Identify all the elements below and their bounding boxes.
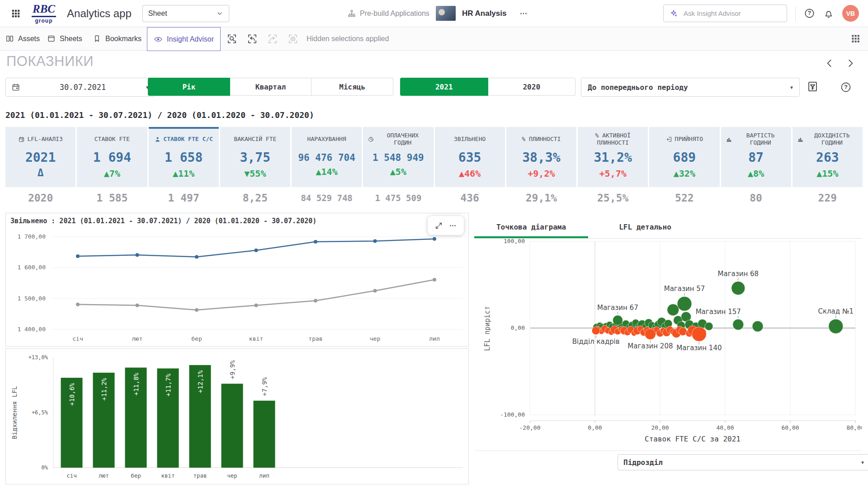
compare-period-dropdown[interactable]: До попереднього періоду ▼ — [581, 78, 800, 97]
kpi-card-11[interactable]: ДОХІДНІСТЬ ГОДИНИ263▲15% — [793, 127, 863, 187]
kpi-card-0[interactable]: LFL-АНАЛІЗ2021Δ — [5, 127, 75, 187]
year-button-2020[interactable]: 2020 — [488, 78, 576, 96]
kpi-card-title: ВАКАНСІЙ FTE — [234, 136, 276, 143]
top-bar: RBC group Analytics app Sheet Pre-build … — [0, 0, 868, 27]
prev-sheet-chevron-icon[interactable] — [824, 57, 835, 69]
svg-text:+6,5%: +6,5% — [32, 409, 48, 416]
kpi-card-2[interactable]: СТАВОК FTE С/С1 658▲11% — [149, 127, 219, 187]
line-chart[interactable]: 1 700,001 600,001 500,001 400,00січлютбе… — [6, 213, 467, 347]
year-button-2021[interactable]: 2021 — [400, 78, 488, 96]
kpi-card-value: 87 — [748, 150, 764, 165]
bookmarks-button[interactable]: Bookmarks — [93, 27, 142, 50]
kpi-card-4[interactable]: НАРАХУВАННЯ96 476 704▲14% — [292, 127, 362, 187]
svg-text:трав: трав — [193, 472, 207, 479]
assets-button[interactable]: Assets — [5, 27, 40, 50]
kpi-card-title: % АКТИВНОЇ ПЛИННОСТІ — [587, 132, 639, 147]
svg-text:1 600,00: 1 600,00 — [17, 264, 46, 271]
logo-text: RBC — [32, 3, 56, 17]
date-picker[interactable]: 30.07.2021 ▼ — [5, 78, 156, 97]
search-input[interactable] — [683, 9, 761, 18]
selections-back-button[interactable] — [246, 27, 258, 50]
toolbar: Assets Sheets Bookmarks Insight Advisor … — [0, 27, 868, 51]
filter-help-icon[interactable]: ? — [840, 81, 852, 93]
filter-document-icon[interactable] — [807, 80, 819, 93]
tab-lfl-detail[interactable]: LFL детально — [588, 216, 702, 238]
kpi-card-delta: ▲7% — [104, 168, 120, 179]
svg-text:лип: лип — [429, 335, 439, 342]
avatar[interactable]: VB — [842, 5, 859, 22]
line-chart-panel: Звільнено : 2021 (01.01.2021 - 30.07.202… — [5, 213, 469, 347]
kpi-card-delta: ▲15% — [816, 168, 838, 179]
app-grid-icon[interactable] — [11, 9, 21, 19]
scatter-chart-svg: -20,000,0020,0040,0060,0080,00100,000,00… — [474, 238, 862, 450]
svg-text:Відділ кадрів: Відділ кадрів — [572, 338, 620, 346]
kpi-card-value: 96 476 704 — [298, 152, 355, 163]
pie-icon — [368, 136, 374, 143]
svg-text:1 700,00: 1 700,00 — [17, 233, 46, 240]
next-sheet-chevron-icon[interactable] — [844, 57, 856, 69]
sheets-button[interactable]: Sheets — [47, 27, 82, 50]
columns-icon — [5, 34, 14, 43]
selections-forward-button[interactable] — [267, 27, 278, 50]
help-icon[interactable]: ? — [804, 8, 815, 19]
expand-icon[interactable] — [434, 221, 443, 230]
kpi-card-value: 1 658 — [165, 150, 203, 165]
kpi-card-3[interactable]: ВАКАНСІЙ FTE3,75▼55% — [220, 127, 290, 187]
more-menu-icon[interactable] — [519, 9, 528, 18]
svg-text:Магазин 208: Магазин 208 — [627, 342, 673, 350]
scatter-chart[interactable]: -20,000,0020,0040,0060,0080,00100,000,00… — [474, 238, 862, 450]
period-button-quarter[interactable]: Квартал — [230, 78, 312, 96]
kpi-prev-value: 29,1% — [506, 187, 576, 209]
bar-chart[interactable]: +13,0%+6,5%0%Відхилення LFL+10,6%січ+11,… — [6, 349, 467, 485]
insight-advisor-button[interactable]: Insight Advisor — [147, 27, 221, 51]
unit-dropdown[interactable]: Підрозділ ▼ — [618, 454, 868, 470]
bars-icon — [797, 136, 804, 143]
kpi-card-7[interactable]: % ПЛИННОСТІ38,3%+9,2% — [506, 127, 576, 187]
period-toggle: Рік Квартал Місяць — [148, 78, 393, 96]
tab-scatter[interactable]: Точкова діаграма — [474, 216, 588, 238]
kpi-card-1[interactable]: СТАВОК FTE1 694▲7% — [77, 127, 147, 187]
sparkle-icon — [669, 9, 678, 18]
kpi-card-title: СТАВОК FTE — [94, 136, 130, 143]
rbc-logo: RBC group — [32, 3, 56, 24]
kpi-card-8[interactable]: % АКТИВНОЇ ПЛИННОСТІ31,2%+5,7% — [578, 127, 648, 187]
svg-text:Магазин 140: Магазин 140 — [676, 344, 722, 352]
sheet-grid-icon — [850, 33, 861, 44]
page-title: ПОКАЗНИКИ — [6, 53, 94, 70]
enter-icon — [666, 136, 673, 143]
app-thumbnail[interactable] — [436, 6, 456, 21]
prebuild-applications-link[interactable]: Pre-build Applications — [347, 9, 429, 18]
kpi-card-9[interactable]: ПРИЙНЯТО689▲32% — [649, 127, 719, 187]
eye-icon — [154, 35, 163, 44]
svg-text:100,00: 100,00 — [504, 238, 525, 244]
bell-icon[interactable] — [823, 8, 834, 19]
selections-clear-button[interactable] — [287, 27, 299, 50]
svg-text:1 500,00: 1 500,00 — [17, 295, 46, 302]
svg-text:60,00: 60,00 — [781, 424, 799, 431]
kpi-card-6[interactable]: ЗВІЛЬНЕНО635▲46% — [435, 127, 505, 187]
kpi-card-5[interactable]: ОПЛАЧЕНИХ ГОДИН1 548 949▲5% — [363, 127, 433, 187]
selections-search-button[interactable] — [226, 27, 238, 50]
more-options-icon[interactable] — [448, 221, 457, 230]
svg-text:лют: лют — [99, 472, 109, 479]
app-title: Analytics app — [67, 7, 132, 20]
kpi-card-value: 31,2% — [594, 150, 632, 165]
sheet-grid-button[interactable] — [850, 27, 861, 50]
period-button-month[interactable]: Місяць — [311, 78, 393, 96]
kpi-card-value: 2021 — [25, 150, 56, 165]
caret-down-icon: ▼ — [861, 460, 864, 465]
svg-text:+9,9%: +9,9% — [229, 360, 236, 379]
kpi-prev-value: 80 — [721, 187, 791, 209]
svg-text:чер: чер — [227, 472, 237, 479]
svg-text:Відхилення LFL: Відхилення LFL — [11, 386, 18, 439]
period-button-year[interactable]: Рік — [148, 78, 230, 96]
svg-text:+13,0%: +13,0% — [28, 354, 48, 361]
svg-text:бер: бер — [131, 472, 141, 479]
svg-text:1 400,00: 1 400,00 — [17, 326, 46, 333]
scatter-tabbar: Точкова діаграма LFL детально — [474, 216, 862, 239]
sheet-selector[interactable]: Sheet — [142, 5, 229, 22]
kpi-card-10[interactable]: ВАРТІСТЬ ГОДИНИ87▲8% — [721, 127, 791, 187]
svg-text:0%: 0% — [42, 465, 48, 471]
insight-advisor-search[interactable] — [663, 5, 787, 22]
svg-text:січ: січ — [66, 472, 77, 479]
